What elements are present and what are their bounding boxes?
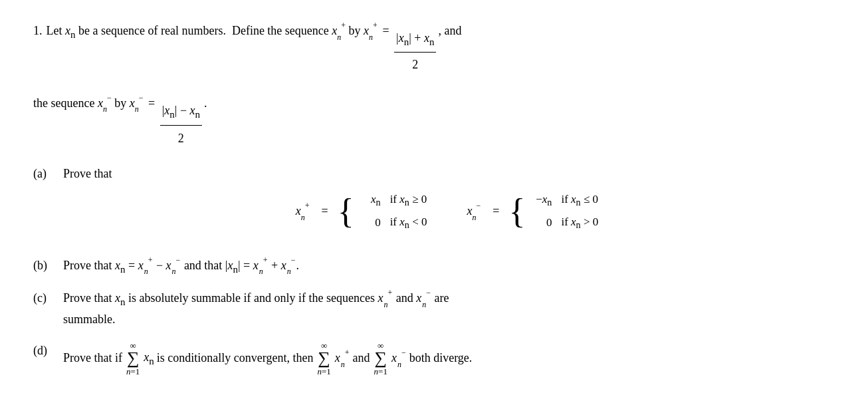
piecewise-container: x n+ = { xn if xn ≥ 0 0 if xn < 0	[63, 190, 831, 233]
part-d-xn-minus: x n−	[391, 345, 407, 372]
equals-sign-a1: =	[322, 202, 328, 221]
case-value-0a: 0	[360, 213, 381, 231]
case-cond-1: if xn ≥ 0	[390, 190, 427, 210]
case-value-neg-xn: −xn	[530, 190, 552, 210]
case-value-0b: 0	[530, 213, 552, 231]
case-value-xn: xn	[360, 190, 381, 210]
part-b-text: Prove that xn = x n+ − x n− and that |xn…	[63, 259, 299, 272]
xn-plus-case-2: 0 if xn < 0	[360, 213, 427, 233]
case-cond-4: if xn > 0	[561, 213, 598, 233]
part-d-text2: is conditionally convergent, then	[157, 345, 314, 372]
left-brace-2: {	[508, 194, 525, 229]
case-cond-3: if xn ≤ 0	[561, 190, 598, 210]
part-d-inline: Prove that if ∞ ∑ n=1 xn is conditionall…	[63, 341, 831, 376]
xn-minus-var: x n−	[467, 202, 484, 221]
part-d-text1: Prove that if	[63, 345, 122, 372]
sum1-sigma: ∑	[127, 350, 140, 367]
sum1: ∞ ∑ n=1	[126, 341, 140, 376]
xn-minus-case-1: −xn if xn ≤ 0	[530, 190, 598, 210]
xn-minus-case-2: 0 if xn > 0	[530, 213, 598, 233]
part-c-line2: summable.	[63, 310, 831, 329]
part-b: (b) Prove that xn = x n+ − x n− and that…	[33, 256, 831, 277]
sum2-lower: n=1	[317, 367, 330, 376]
xn-minus-piecewise: x n− = { −xn if xn ≤ 0 0 if xn > 0	[467, 190, 599, 233]
xn-plus-case-1: xn if xn ≥ 0	[360, 190, 427, 210]
part-d-text3: both diverge.	[409, 345, 473, 372]
sum1-lower: n=1	[126, 367, 140, 376]
part-b-content: Prove that xn = x n+ − x n− and that |xn…	[63, 256, 831, 277]
part-a-label: (a)	[33, 164, 63, 184]
case-cond-2: if xn < 0	[390, 213, 427, 233]
sum2: ∞ ∑ n=1	[317, 341, 330, 376]
part-b-label: (b)	[33, 256, 63, 275]
equals-sign-a2: =	[492, 202, 499, 221]
part-d-and: and	[353, 345, 370, 372]
part-d-xn-plus: x n+	[335, 345, 350, 372]
math-content: 1. Let xn be a sequence of real numbers.…	[33, 20, 831, 376]
sum2-sigma: ∑	[318, 350, 330, 367]
left-brace-1: {	[338, 194, 354, 229]
part-d-xn: xn	[144, 344, 154, 372]
part-a-content: Prove that x n+ = { xn if xn ≥ 0	[63, 164, 831, 243]
part-c: (c) Prove that xn is absolutely summable…	[33, 289, 831, 329]
part-a: (a) Prove that x n+ = { xn if x	[33, 164, 831, 243]
problem-statement: 1. Let xn be a sequence of real numbers.…	[33, 20, 831, 76]
sum3-lower: n=1	[374, 367, 387, 376]
problem-line2: the sequence x n− by x n− = |xn| − xn 2 …	[33, 92, 831, 150]
xn-minus-cases: −xn if xn ≤ 0 0 if xn > 0	[530, 190, 598, 233]
part-d-content: Prove that if ∞ ∑ n=1 xn is conditionall…	[63, 341, 831, 376]
xn-plus-cases: xn if xn ≥ 0 0 if xn < 0	[360, 190, 427, 233]
intro-text: Let xn be a sequence of real numbers. De…	[47, 20, 462, 76]
part-c-label: (c)	[33, 289, 63, 308]
sum3: ∞ ∑ n=1	[374, 341, 387, 376]
xn-plus-piecewise: x n+ = { xn if xn ≥ 0 0 if xn < 0	[296, 190, 427, 233]
part-d: (d) Prove that if ∞ ∑ n=1 xn is conditio…	[33, 341, 831, 376]
problem-number: 1.	[33, 20, 43, 41]
part-c-content: Prove that xn is absolutely summable if …	[63, 289, 831, 329]
part-a-text: Prove that	[63, 164, 831, 184]
sum3-sigma: ∑	[374, 350, 387, 367]
part-d-label: (d)	[33, 341, 63, 360]
part-c-line1: Prove that xn is absolutely summable if …	[63, 289, 831, 310]
xn-plus-var: x n+	[296, 202, 312, 221]
